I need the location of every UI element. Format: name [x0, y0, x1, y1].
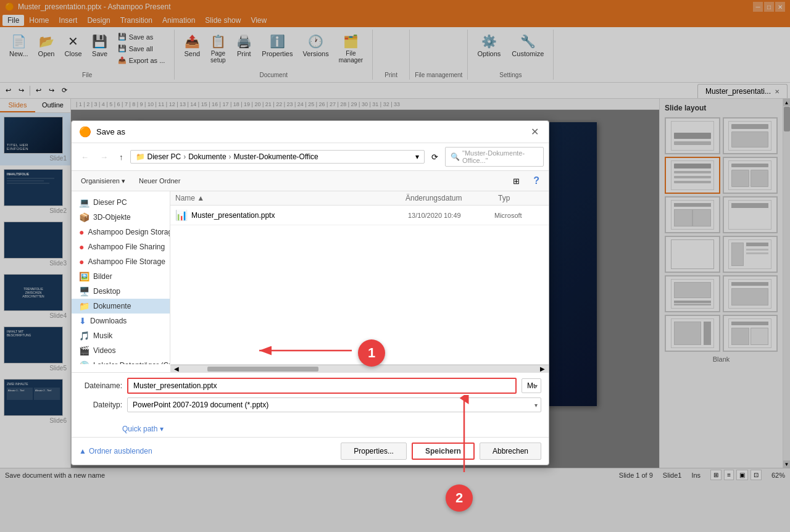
sidebar-item-dokumente[interactable]: 📁 Dokumente: [72, 299, 170, 314]
breadcrumb-arrow: ▾: [415, 152, 419, 161]
sidebar-label-musik: Musik: [93, 331, 112, 340]
nav-forward-button[interactable]: →: [96, 150, 112, 164]
filename-field: Dateiname: Muster_presentation.pptx ▾: [79, 378, 541, 394]
sidebar-label-desktop: Desktop: [93, 287, 120, 296]
refresh-button[interactable]: ⟳: [427, 150, 443, 164]
nav-up-button[interactable]: ↑: [115, 150, 128, 164]
breadcrumb-pc: Dieser PC: [148, 152, 181, 161]
breadcrumb-sep2: ›: [229, 152, 231, 161]
cancel-button[interactable]: Abbrechen: [480, 443, 541, 460]
collapse-icon: ▲: [79, 447, 86, 455]
pc-icon: 💻: [79, 197, 89, 207]
filetype-field: Dateityp: PowerPoint 2007-2019 document …: [79, 397, 541, 412]
annotation-circle-2: 2: [446, 484, 473, 512]
sidebar-item-videos[interactable]: 🎬 Videos: [72, 343, 170, 358]
sidebar-item-ashampoo-design[interactable]: ● Ashampoo Design Storage: [72, 225, 170, 239]
breadcrumb-folder: Muster-Dokumente-Office: [234, 152, 318, 161]
file-date-presentation: 13/10/2020 10:49: [408, 212, 494, 219]
filetype-label: Dateityp:: [79, 401, 122, 409]
sidebar-label-videos: Videos: [93, 346, 115, 355]
sidebar-item-local-c[interactable]: 💿 Lokaler Datenträger (C:): [72, 358, 170, 364]
sidebar-label-pc: Dieser PC: [93, 198, 127, 207]
filename-dropdown: Muster_presentation.pptx ▾: [522, 378, 541, 393]
dialog-footer: ▲ Ordner ausblenden Properties... Speich…: [72, 437, 549, 465]
sidebar-item-bilder[interactable]: 🖼️ Bilder: [72, 269, 170, 284]
quick-path-button[interactable]: Quick path ▾: [120, 423, 166, 434]
bilder-icon: 🖼️: [79, 272, 89, 281]
properties-button[interactable]: Properties...: [341, 443, 407, 460]
dialog-sidebar: 💻 Dieser PC 📦 3D-Objekte ● Ashampoo Desi…: [72, 191, 170, 364]
dokumente-icon: 📁: [79, 301, 89, 311]
breadcrumb-bar: 📁 Dieser PC › Dokumente › Muster-Dokumen…: [130, 150, 425, 164]
dialog-close-button[interactable]: ✕: [528, 126, 541, 138]
sidebar-label-local-c: Lokaler Datenträger (C:): [93, 361, 170, 364]
folder-3d-icon: 📦: [79, 212, 89, 222]
folder-toggle[interactable]: ▲ Ordner ausblenden: [79, 447, 152, 455]
breadcrumb-icon: 📁: [136, 152, 145, 161]
filename-label: Dateiname:: [79, 381, 122, 390]
filename-input[interactable]: [127, 378, 517, 394]
sidebar-item-3d[interactable]: 📦 3D-Objekte: [72, 210, 170, 225]
drive-c-icon: 💿: [79, 360, 89, 364]
view-toggle-button[interactable]: ⊞: [509, 175, 524, 188]
ashampoo-storage-icon: ●: [79, 257, 84, 267]
file-type-presentation: Microsoft: [494, 212, 544, 219]
save-as-dialog: 🟠 Save as ✕ ← → ↑ 📁 Dieser PC › Dokument…: [71, 120, 549, 465]
column-headers: Name ▲ Änderungsdatum Typ: [170, 191, 549, 206]
new-folder-button[interactable]: Neuer Ordner: [135, 175, 185, 186]
annotation-arrow-1: [256, 344, 349, 357]
sidebar-label-3d: 3D-Objekte: [93, 213, 131, 222]
dialog-body: 💻 Dieser PC 📦 3D-Objekte ● Ashampoo Desi…: [72, 191, 549, 364]
dialog-title-bar: 🟠 Save as ✕: [72, 121, 549, 143]
col-type[interactable]: Typ: [493, 191, 549, 205]
desktop-icon: 🖥️: [79, 286, 89, 296]
sidebar-label-ashampoo-sharing: Ashampoo File Sharing: [88, 243, 165, 251]
sidebar-label-downloads: Downloads: [90, 317, 127, 325]
dialog-filelist: Name ▲ Änderungsdatum Typ 📊 Muster_prese…: [170, 191, 549, 364]
sidebar-item-musik[interactable]: 🎵 Musik: [72, 328, 170, 343]
filename-select[interactable]: Muster_presentation.pptx: [522, 378, 541, 393]
organize-button[interactable]: Organisieren ▾: [77, 175, 130, 187]
help-button[interactable]: ?: [529, 173, 544, 188]
hscrollbar: ◀ ▶: [170, 365, 549, 372]
hscroll-left-button[interactable]: ◀: [170, 365, 183, 372]
sidebar-item-dieser-pc[interactable]: 💻 Dieser PC: [72, 195, 170, 210]
dialog-overlay: 🟠 Save as ✕ ← → ↑ 📁 Dieser PC › Dokument…: [0, 0, 790, 532]
sidebar-label-ashampoo-storage: Ashampoo File Storage: [88, 257, 165, 266]
dialog-toolbar: Organisieren ▾ Neuer Ordner ⊞ ?: [72, 171, 549, 191]
filetype-select[interactable]: PowerPoint 2007-2019 document (*.pptx): [127, 397, 541, 412]
hscrollbar-container: ◀ ▶: [170, 364, 549, 372]
sidebar-item-downloads[interactable]: ⬇ Downloads: [72, 314, 170, 328]
col-date[interactable]: Änderungsdatum: [401, 191, 493, 205]
dialog-title-text: Save as: [96, 127, 523, 136]
col-name[interactable]: Name ▲: [170, 191, 401, 205]
nav-back-button[interactable]: ←: [77, 150, 93, 164]
sidebar-item-ashampoo-storage[interactable]: ● Ashampoo File Storage: [72, 254, 170, 269]
annotation-arrow-2: [458, 395, 470, 475]
dialog-bottom: Dateiname: Muster_presentation.pptx ▾ Da…: [72, 372, 549, 421]
search-placeholder: "Muster-Dokumente-Office...": [462, 149, 538, 164]
file-row-presentation[interactable]: 📊 Muster_presentation.pptx 13/10/2020 10…: [170, 206, 549, 225]
hscrollbar-thumb: [207, 367, 318, 372]
dialog-title-icon: 🟠: [79, 126, 91, 138]
search-box: 🔍 "Muster-Dokumente-Office...": [445, 147, 544, 167]
pptx-icon: 📊: [175, 209, 188, 221]
dialog-nav: ← → ↑ 📁 Dieser PC › Dokumente › Muster-D…: [72, 143, 549, 171]
sidebar-item-desktop[interactable]: 🖥️ Desktop: [72, 284, 170, 299]
videos-icon: 🎬: [79, 346, 89, 355]
quick-path-label: Quick path: [122, 425, 157, 433]
ashampoo-sharing-icon: ●: [79, 242, 84, 252]
downloads-icon: ⬇: [79, 316, 86, 326]
hscroll-right-button[interactable]: ▶: [536, 365, 549, 372]
ashampoo-design-icon: ●: [79, 227, 84, 237]
sidebar-item-ashampoo-sharing[interactable]: ● Ashampoo File Sharing: [72, 239, 170, 254]
annotation-circle-1: 1: [358, 339, 385, 367]
breadcrumb-docs: Dokumente: [188, 152, 226, 161]
search-icon: 🔍: [451, 152, 460, 161]
sidebar-label-bilder: Bilder: [93, 272, 112, 281]
dialog-buttons: Properties... Speichern Abbrechen: [341, 443, 541, 460]
sidebar-label-dokumente: Dokumente: [93, 302, 131, 310]
quick-path-row: Quick path ▾: [72, 421, 549, 437]
sidebar-label-ashampoo-design: Ashampoo Design Storage: [88, 228, 170, 236]
quick-path-arrow: ▾: [160, 425, 164, 433]
